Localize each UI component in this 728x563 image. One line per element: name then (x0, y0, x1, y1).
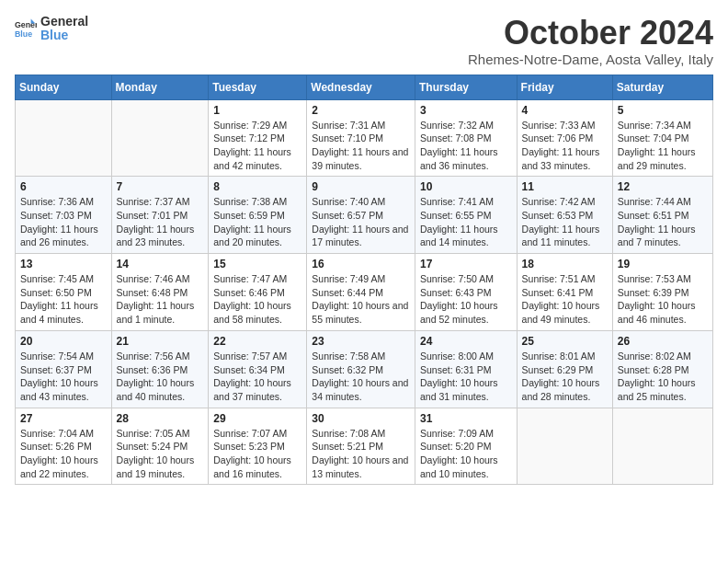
day-number: 25 (522, 335, 608, 348)
calendar-cell: 26Sunrise: 8:02 AMSunset: 6:28 PMDayligh… (612, 330, 712, 408)
calendar-cell: 18Sunrise: 7:51 AMSunset: 6:41 PMDayligh… (517, 254, 612, 331)
calendar-table: SundayMondayTuesdayWednesdayThursdayFrid… (15, 75, 713, 486)
day-number: 24 (420, 335, 512, 348)
day-info: Sunrise: 7:44 AMSunset: 6:51 PMDaylight:… (618, 195, 708, 249)
calendar-cell (612, 408, 712, 485)
day-number: 31 (420, 412, 512, 425)
day-info: Sunrise: 7:47 AMSunset: 6:46 PMDaylight:… (213, 272, 301, 327)
day-info: Sunrise: 8:02 AMSunset: 6:28 PMDaylight:… (618, 350, 708, 404)
day-number: 2 (312, 104, 410, 117)
svg-text:Blue: Blue (15, 29, 32, 39)
calendar-cell: 30Sunrise: 7:08 AMSunset: 5:21 PMDayligh… (307, 408, 415, 485)
calendar-cell: 23Sunrise: 7:58 AMSunset: 6:32 PMDayligh… (307, 330, 415, 408)
logo: General Blue General Blue (15, 15, 88, 43)
calendar-cell: 20Sunrise: 7:54 AMSunset: 6:37 PMDayligh… (16, 330, 112, 408)
day-number: 21 (117, 335, 204, 348)
calendar-cell: 16Sunrise: 7:49 AMSunset: 6:44 PMDayligh… (307, 254, 415, 331)
calendar-week-5: 27Sunrise: 7:04 AMSunset: 5:26 PMDayligh… (16, 408, 713, 485)
day-info: Sunrise: 7:08 AMSunset: 5:21 PMDaylight:… (312, 427, 410, 481)
month-title: October 2024 (468, 15, 713, 52)
day-number: 26 (618, 335, 708, 348)
day-number: 12 (618, 180, 708, 193)
day-info: Sunrise: 8:00 AMSunset: 6:31 PMDaylight:… (420, 350, 512, 404)
day-info: Sunrise: 8:01 AMSunset: 6:29 PMDaylight:… (522, 350, 608, 404)
day-info: Sunrise: 7:05 AMSunset: 5:24 PMDaylight:… (117, 427, 204, 481)
calendar-cell: 13Sunrise: 7:45 AMSunset: 6:50 PMDayligh… (16, 254, 112, 331)
day-info: Sunrise: 7:36 AMSunset: 7:03 PMDaylight:… (20, 195, 107, 249)
calendar-cell: 10Sunrise: 7:41 AMSunset: 6:55 PMDayligh… (415, 177, 517, 254)
weekday-friday: Friday (517, 75, 612, 99)
day-info: Sunrise: 7:46 AMSunset: 6:48 PMDaylight:… (117, 272, 204, 327)
day-info: Sunrise: 7:41 AMSunset: 6:55 PMDaylight:… (420, 195, 512, 249)
day-info: Sunrise: 7:37 AMSunset: 7:01 PMDaylight:… (117, 195, 204, 249)
day-number: 27 (20, 412, 107, 425)
weekday-monday: Monday (111, 75, 209, 99)
day-info: Sunrise: 7:29 AMSunset: 7:12 PMDaylight:… (213, 119, 301, 173)
calendar-cell: 14Sunrise: 7:46 AMSunset: 6:48 PMDayligh… (111, 254, 209, 331)
day-number: 1 (213, 104, 301, 117)
day-info: Sunrise: 7:54 AMSunset: 6:37 PMDaylight:… (20, 350, 107, 404)
day-number: 17 (420, 258, 512, 270)
day-info: Sunrise: 7:09 AMSunset: 5:20 PMDaylight:… (420, 427, 512, 481)
day-number: 11 (522, 180, 608, 193)
day-number: 14 (117, 258, 204, 270)
calendar-cell (111, 99, 209, 177)
day-info: Sunrise: 7:32 AMSunset: 7:08 PMDaylight:… (420, 119, 512, 173)
calendar-week-4: 20Sunrise: 7:54 AMSunset: 6:37 PMDayligh… (16, 330, 713, 408)
weekday-wednesday: Wednesday (307, 75, 415, 99)
day-number: 7 (117, 180, 204, 193)
calendar-cell: 25Sunrise: 8:01 AMSunset: 6:29 PMDayligh… (517, 330, 612, 408)
day-info: Sunrise: 7:51 AMSunset: 6:41 PMDaylight:… (522, 272, 608, 327)
logo-blue: Blue (40, 29, 88, 42)
day-info: Sunrise: 7:33 AMSunset: 7:06 PMDaylight:… (522, 119, 608, 173)
weekday-header: SundayMondayTuesdayWednesdayThursdayFrid… (16, 75, 713, 99)
day-number: 18 (522, 258, 608, 270)
calendar-cell: 21Sunrise: 7:56 AMSunset: 6:36 PMDayligh… (111, 330, 209, 408)
day-number: 6 (20, 180, 107, 193)
calendar-cell: 6Sunrise: 7:36 AMSunset: 7:03 PMDaylight… (16, 177, 112, 254)
day-info: Sunrise: 7:40 AMSunset: 6:57 PMDaylight:… (312, 195, 410, 249)
weekday-thursday: Thursday (415, 75, 517, 99)
day-info: Sunrise: 7:50 AMSunset: 6:43 PMDaylight:… (420, 272, 512, 327)
calendar-cell: 8Sunrise: 7:38 AMSunset: 6:59 PMDaylight… (209, 177, 307, 254)
day-info: Sunrise: 7:57 AMSunset: 6:34 PMDaylight:… (213, 350, 301, 404)
day-number: 5 (618, 104, 708, 117)
day-number: 4 (522, 104, 608, 117)
page-header: General Blue General Blue October 2024 R… (15, 15, 713, 67)
day-info: Sunrise: 7:38 AMSunset: 6:59 PMDaylight:… (213, 195, 301, 249)
day-info: Sunrise: 7:49 AMSunset: 6:44 PMDaylight:… (312, 272, 410, 327)
calendar-cell (16, 99, 112, 177)
calendar-week-3: 13Sunrise: 7:45 AMSunset: 6:50 PMDayligh… (16, 254, 713, 331)
calendar-cell: 15Sunrise: 7:47 AMSunset: 6:46 PMDayligh… (209, 254, 307, 331)
day-info: Sunrise: 7:34 AMSunset: 7:04 PMDaylight:… (618, 119, 708, 173)
day-info: Sunrise: 7:07 AMSunset: 5:23 PMDaylight:… (213, 427, 301, 481)
calendar-cell: 5Sunrise: 7:34 AMSunset: 7:04 PMDaylight… (612, 99, 712, 177)
day-info: Sunrise: 7:45 AMSunset: 6:50 PMDaylight:… (20, 272, 107, 327)
calendar-cell (517, 408, 612, 485)
day-number: 20 (20, 335, 107, 348)
weekday-tuesday: Tuesday (209, 75, 307, 99)
calendar-cell: 24Sunrise: 8:00 AMSunset: 6:31 PMDayligh… (415, 330, 517, 408)
calendar-cell: 3Sunrise: 7:32 AMSunset: 7:08 PMDaylight… (415, 99, 517, 177)
day-number: 8 (213, 180, 301, 193)
calendar-body: 1Sunrise: 7:29 AMSunset: 7:12 PMDaylight… (16, 99, 713, 485)
calendar-cell: 11Sunrise: 7:42 AMSunset: 6:53 PMDayligh… (517, 177, 612, 254)
day-number: 16 (312, 258, 410, 270)
calendar-cell: 4Sunrise: 7:33 AMSunset: 7:06 PMDaylight… (517, 99, 612, 177)
day-number: 23 (312, 335, 410, 348)
calendar-cell: 31Sunrise: 7:09 AMSunset: 5:20 PMDayligh… (415, 408, 517, 485)
day-number: 22 (213, 335, 301, 348)
day-number: 13 (20, 258, 107, 270)
calendar-cell: 19Sunrise: 7:53 AMSunset: 6:39 PMDayligh… (612, 254, 712, 331)
day-number: 30 (312, 412, 410, 425)
calendar-week-1: 1Sunrise: 7:29 AMSunset: 7:12 PMDaylight… (16, 99, 713, 177)
calendar-cell: 12Sunrise: 7:44 AMSunset: 6:51 PMDayligh… (612, 177, 712, 254)
day-info: Sunrise: 7:31 AMSunset: 7:10 PMDaylight:… (312, 119, 410, 173)
day-number: 3 (420, 104, 512, 117)
logo-icon: General Blue (15, 17, 37, 40)
day-number: 29 (213, 412, 301, 425)
day-number: 10 (420, 180, 512, 193)
day-number: 9 (312, 180, 410, 193)
calendar-cell: 28Sunrise: 7:05 AMSunset: 5:24 PMDayligh… (111, 408, 209, 485)
calendar-cell: 9Sunrise: 7:40 AMSunset: 6:57 PMDaylight… (307, 177, 415, 254)
